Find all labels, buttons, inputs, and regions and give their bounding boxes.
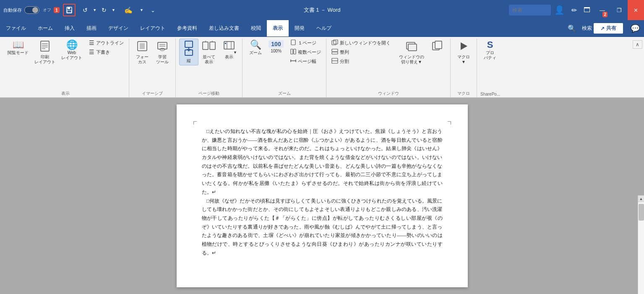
autosave-label: 自動保存: [3, 7, 22, 13]
ribbon-group-window-content: 新しいウィンドウを開く 整列 分割: [330, 39, 447, 90]
focus-btn[interactable]: フォー カス: [133, 39, 152, 66]
paragraph-1: □えたいの知れない不吉な塊が私の心を始終｜圧《おさ》えつけていた。焦躁《しょうそ…: [202, 127, 443, 197]
split-label: 分割: [340, 58, 349, 65]
pen-icon-button[interactable]: ✏: [568, 5, 580, 16]
one-page-label: １ページ: [298, 40, 316, 46]
search-label: 検索: [582, 25, 592, 32]
title-search-input[interactable]: [509, 5, 551, 16]
scroll-track: [638, 202, 644, 294]
properties-btn[interactable]: S プロ パティ: [480, 39, 500, 62]
print-layout-btn[interactable]: 印刷 レイアウト: [32, 39, 58, 66]
autosave-toggle[interactable]: [24, 6, 39, 14]
switch-window-label: ウィンドウの 切り替え▼: [399, 55, 424, 65]
svg-rect-36: [332, 52, 338, 54]
quick-access-button[interactable]: ⌄: [147, 5, 159, 15]
undo-button[interactable]: ↺: [81, 5, 90, 15]
touch-draw-button[interactable]: ✍: [121, 5, 136, 16]
paragraph-2: □何故《なぜ》だかその頃私は見すぼらしくて美しいものに強くひきつけられたのを覚え…: [202, 197, 443, 258]
vertical-scrollbar[interactable]: ▲ ▼: [638, 195, 644, 294]
ribbon-group-immersive-content: フォー カス 学習 ツール: [133, 39, 172, 90]
page-width-btn[interactable]: ページ幅: [289, 57, 323, 65]
learning-tools-btn[interactable]: 学習 ツール: [153, 39, 172, 66]
comment-button[interactable]: 💬: [626, 22, 644, 35]
multi-page-icon: [290, 49, 296, 55]
split-btn[interactable]: 分割: [330, 57, 392, 65]
new-window-icon: [331, 39, 338, 46]
vertical-btn[interactable]: 縦: [179, 39, 198, 65]
window-small-group: 新しいウィンドウを開く 整列 分割: [330, 39, 392, 65]
menu-draw[interactable]: 描画: [81, 20, 102, 36]
copy-window-btn[interactable]: [428, 39, 447, 56]
display-btn[interactable]: 表示 ▼: [219, 39, 239, 61]
document-text[interactable]: □えたいの知れない不吉な塊が私の心を始終｜圧《おさ》えつけていた。焦躁《しょうそ…: [202, 127, 443, 257]
svg-rect-23: [224, 42, 234, 49]
learning-tools-icon: [156, 40, 168, 54]
qa-dropdown-button[interactable]: ▼: [138, 6, 146, 14]
outline-draft-group: ☰ アウトライン ☰ 下書き: [87, 39, 125, 56]
switch-window-btn[interactable]: ウィンドウの 切り替え▼: [396, 39, 427, 66]
side-by-side-btn[interactable]: 並べて 表示: [199, 39, 219, 66]
one-page-btn[interactable]: １ページ: [289, 39, 323, 47]
reading-mode-btn[interactable]: 📖 閲覧モード: [5, 39, 31, 57]
display-dropdown-arrow: ▼: [233, 50, 237, 55]
print-layout-label: 印刷 レイアウト: [34, 55, 55, 65]
svg-rect-40: [408, 44, 417, 51]
ribbon-group-sharepoint: S プロ パティ SharePo...: [477, 39, 503, 97]
menu-design[interactable]: デザイン: [102, 20, 134, 36]
ribbon-collapse-btn[interactable]: ∧: [633, 40, 642, 49]
ribbon-group-sharepoint-label: SharePo...: [480, 91, 500, 97]
ribbon-group-page-move-label: ページ移動: [179, 90, 239, 97]
zoom-btn[interactable]: 🔍 ズーム: [246, 39, 265, 57]
macro-btn[interactable]: マクロ ▼: [454, 39, 473, 66]
menu-mailings[interactable]: 差し込み文書: [203, 20, 245, 36]
ribbon-group-window: 新しいウィンドウを開く 整列 分割: [326, 39, 451, 97]
save-button[interactable]: [63, 4, 76, 16]
svg-rect-27: [291, 40, 295, 45]
search-menu-button[interactable]: 🔍: [562, 24, 582, 32]
macro-label: マクロ ▼: [457, 55, 470, 65]
menu-home[interactable]: ホーム: [32, 20, 59, 36]
outline-btn[interactable]: ☰ アウトライン: [87, 39, 125, 47]
menu-layout[interactable]: レイアウト: [134, 20, 171, 36]
menu-insert[interactable]: 挿入: [59, 20, 81, 36]
undo-dropdown-button[interactable]: ▼: [91, 6, 99, 14]
menu-view[interactable]: 表示: [267, 20, 289, 36]
macro-icon: [458, 40, 469, 54]
zoom-100-btn[interactable]: 100 100%: [266, 39, 286, 55]
ribbon-group-macro-label: マクロ: [454, 90, 473, 97]
redo-button[interactable]: ↻: [99, 5, 109, 15]
learning-tools-label: 学習 ツール: [156, 55, 169, 65]
feedback-button[interactable]: 🗖: [580, 5, 594, 16]
multi-page-btn[interactable]: 複数ページ: [289, 48, 323, 56]
close-button[interactable]: ✕: [628, 0, 644, 20]
draft-btn[interactable]: ☰ 下書き: [87, 48, 125, 56]
ribbon-group-zoom: 🔍 ズーム 100 100% １ページ: [242, 39, 326, 97]
ribbon-group-view: 📖 閲覧モード 印刷 レイアウト: [2, 39, 129, 97]
menu-dev[interactable]: 開発: [289, 20, 310, 36]
svg-rect-14: [185, 41, 193, 47]
scroll-thumb[interactable]: [639, 204, 644, 221]
minimize-button[interactable]: —: [594, 0, 611, 20]
document-area: □えたいの知れない不吉な塊が私の心を始終｜圧《おさ》えつけていた。焦躁《しょうそ…: [0, 98, 644, 294]
zoom-icon: 🔍: [250, 40, 261, 49]
redo-dropdown-button[interactable]: ▼: [110, 6, 117, 14]
outline-icon: ☰: [89, 39, 94, 46]
svg-rect-19: [203, 42, 208, 49]
share-button[interactable]: ↗ 共有: [594, 23, 623, 34]
vertical-icon: [183, 41, 195, 57]
scroll-up-button[interactable]: ▲: [638, 195, 644, 202]
menu-file[interactable]: ファイル: [0, 20, 32, 36]
main-content: □えたいの知れない不吉な塊が私の心を始終｜圧《おさ》えつけていた。焦躁《しょうそ…: [0, 98, 644, 294]
menu-review[interactable]: 校閲: [245, 20, 267, 36]
arrange-btn[interactable]: 整列: [330, 48, 392, 56]
side-by-side-icon: [202, 40, 216, 54]
web-layout-btn[interactable]: 🌐 Web レイアウト: [59, 39, 85, 62]
share-icon: ↗: [600, 26, 605, 31]
menu-help[interactable]: ヘルプ: [310, 20, 337, 36]
new-window-btn[interactable]: 新しいウィンドウを開く: [330, 39, 392, 47]
restore-button[interactable]: ❐: [611, 0, 628, 20]
svg-marker-43: [461, 42, 467, 50]
user-profile-button[interactable]: 👤: [551, 3, 568, 17]
display-label: 表示: [225, 55, 233, 60]
menu-references[interactable]: 参考資料: [171, 20, 203, 36]
